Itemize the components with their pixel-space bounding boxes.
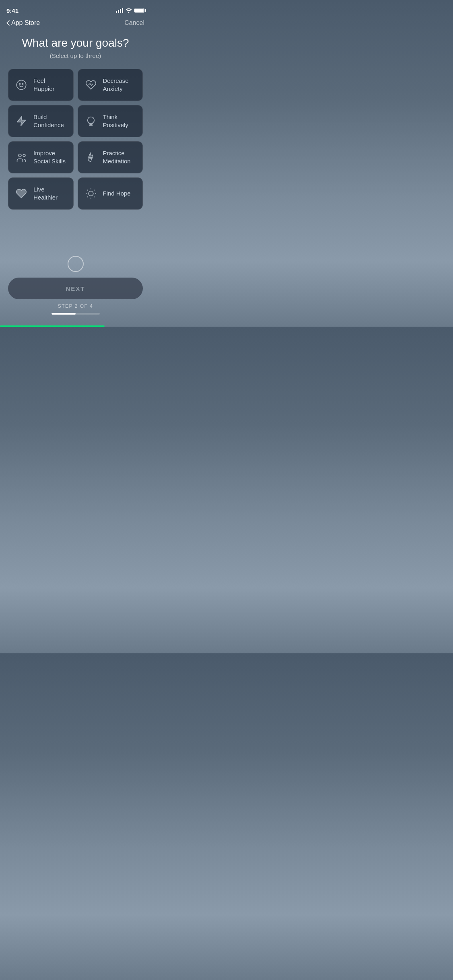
page-title: What are your goals? — [8, 36, 143, 50]
progress-bar-fill — [51, 313, 76, 315]
goal-build-confidence[interactable]: Build Confidence — [8, 105, 74, 137]
svg-line-16 — [94, 190, 95, 191]
sun-icon — [84, 186, 98, 201]
svg-line-12 — [94, 196, 95, 197]
signal-icon — [116, 8, 123, 13]
goal-find-hope[interactable]: Find Hope — [78, 177, 143, 210]
step-label: STEP 2 OF 4 — [58, 303, 93, 309]
goal-feel-happier-label: Feel Happier — [33, 77, 68, 93]
goal-practice-meditation-label: Practice Meditation — [103, 149, 137, 165]
status-icons — [116, 8, 144, 13]
lightning-icon — [14, 114, 29, 128]
goal-practice-meditation[interactable]: Practice Meditation — [78, 141, 143, 173]
green-line — [0, 325, 105, 327]
nav-bar: App Store Cancel — [0, 18, 151, 30]
progress-bar — [51, 313, 100, 315]
svg-point-0 — [128, 12, 130, 13]
goal-think-positively[interactable]: Think Positively — [78, 105, 143, 137]
svg-marker-4 — [17, 116, 26, 126]
people-icon — [14, 150, 29, 165]
goals-grid: Feel Happier Decrease Anxiety Build Conf… — [8, 69, 143, 210]
battery-icon — [134, 8, 144, 13]
svg-point-1 — [16, 80, 26, 89]
svg-point-2 — [19, 83, 20, 84]
page-content: What are your goals? (Select up to three… — [0, 30, 151, 210]
goal-improve-social[interactable]: Improve Social Skills — [8, 141, 74, 173]
lightbulb-icon — [84, 114, 98, 128]
goal-decrease-anxiety[interactable]: Decrease Anxiety — [78, 69, 143, 101]
svg-point-6 — [19, 154, 21, 156]
status-bar: 9:41 — [0, 0, 151, 18]
flame-icon — [84, 150, 98, 165]
svg-line-11 — [87, 190, 88, 191]
smiley-icon — [14, 78, 29, 92]
heart-pulse-icon — [84, 78, 98, 92]
svg-point-3 — [22, 83, 23, 84]
home-indicator — [68, 256, 84, 272]
goal-think-positively-label: Think Positively — [103, 113, 137, 129]
back-button[interactable]: App Store — [6, 19, 40, 27]
goal-build-confidence-label: Build Confidence — [33, 113, 68, 129]
status-time: 9:41 — [6, 7, 19, 14]
wifi-icon — [126, 8, 132, 13]
svg-point-7 — [23, 154, 25, 156]
goal-feel-happier[interactable]: Feel Happier — [8, 69, 74, 101]
goal-find-hope-label: Find Hope — [103, 189, 131, 198]
goal-live-healthier-label: Live Healthier — [33, 185, 68, 201]
back-label: App Store — [11, 19, 40, 27]
svg-line-15 — [87, 196, 88, 197]
goal-decrease-anxiety-label: Decrease Anxiety — [103, 77, 137, 93]
bottom-section: NEXT STEP 2 OF 4 — [0, 256, 151, 327]
goal-live-healthier[interactable]: Live Healthier — [8, 177, 74, 210]
page-subtitle: (Select up to three) — [8, 52, 143, 59]
heart-icon — [14, 186, 29, 201]
goal-improve-social-label: Improve Social Skills — [33, 149, 68, 165]
next-button[interactable]: NEXT — [8, 278, 143, 299]
cancel-button[interactable]: Cancel — [124, 19, 144, 27]
svg-point-8 — [89, 191, 93, 196]
